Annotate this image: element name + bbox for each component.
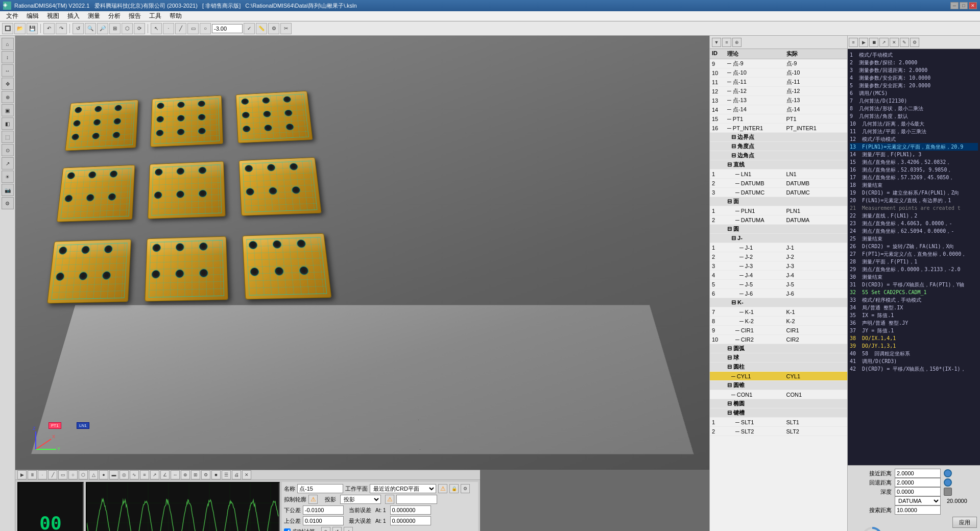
tb-3d[interactable]: ⬡ [122, 23, 133, 34]
menu-file[interactable]: 文件 [2, 11, 22, 21]
tb-redo[interactable]: ↷ [56, 23, 67, 34]
tree-row[interactable]: 3─ DATUMCDATUMC [710, 188, 847, 197]
tree-row[interactable]: 3─ J-3J-3 [710, 261, 847, 271]
tb-rotate[interactable]: ⟳ [134, 23, 145, 34]
bt-scan[interactable]: ≡ [140, 470, 149, 479]
bt-tol[interactable]: ⊞ [191, 470, 200, 479]
code-area[interactable]: 1 模式/手动模式2 测量参数/探径: 2.00003 测量参数/回退距离: 2… [848, 49, 980, 465]
tree-row[interactable]: 14─ 点-14点-14 [710, 105, 847, 114]
side-rotate-x[interactable]: ↕ [2, 51, 14, 63]
tb-save[interactable]: 💾 [27, 23, 38, 34]
tree-row[interactable]: 1─ J-1J-1 [710, 243, 847, 252]
bt-print[interactable]: 🖨 [232, 470, 241, 479]
retract-input[interactable] [895, 478, 941, 487]
upper-input[interactable] [303, 516, 344, 525]
side-camera[interactable]: 📷 [2, 184, 14, 196]
side-light[interactable]: ☀ [2, 171, 14, 183]
side-view3[interactable]: ⬚ [2, 131, 14, 143]
bt-clear[interactable]: ✕ [242, 470, 251, 479]
bt-plane2[interactable]: ▭ [58, 470, 67, 479]
rt-filter2[interactable]: ≡ [722, 38, 731, 47]
side-zoom[interactable]: ⊕ [2, 91, 14, 103]
bt-sphere[interactable]: ● [99, 470, 108, 479]
fr-btn7[interactable]: ⚙ [910, 38, 919, 47]
tree-row[interactable]: 10─ CIR2CIR2 [710, 335, 847, 344]
tree-row[interactable]: ⊟ 圆柱 [710, 363, 847, 372]
tb-extra2[interactable]: ✂ [280, 23, 292, 34]
tree-row[interactable]: 2─ DATUMBDATUMB [710, 179, 847, 188]
tb-open[interactable]: 📂 [14, 23, 26, 34]
realtime-icon3[interactable]: ✓ [344, 527, 353, 531]
tree-row[interactable]: 5─ J-5J-5 [710, 280, 847, 289]
side-rotate-y[interactable]: ↔ [2, 64, 14, 77]
bt-extra[interactable]: ⚙ [201, 470, 210, 479]
menu-analyze[interactable]: 分析 [104, 11, 125, 21]
menu-report[interactable]: 报告 [125, 11, 145, 21]
tb-new[interactable]: 🔲 [2, 23, 13, 34]
bt-pause[interactable]: ⏸ [28, 470, 37, 479]
bt-point[interactable]: · [38, 470, 47, 479]
tree-row[interactable]: ⊟ 面 [710, 197, 847, 206]
tree-row[interactable]: 7─ K-1K-1 [710, 307, 847, 317]
datum-select[interactable]: DATUMA [895, 496, 941, 505]
rt-filter3[interactable]: ⊕ [732, 38, 742, 47]
approach-input[interactable] [895, 469, 941, 478]
side-measure[interactable]: ⊙ [2, 144, 14, 156]
minimize-button[interactable]: ─ [950, 2, 959, 9]
menu-view[interactable]: 视图 [43, 11, 63, 21]
tree-row[interactable]: ⊟ J- [710, 234, 847, 243]
bt-dist[interactable]: ↔ [171, 470, 180, 479]
viewport-3d[interactable]: DAT... SLT1 SLT2 PT_I... DATUMB [15, 36, 709, 470]
tree-row[interactable]: 9─ CIR1CIR1 [710, 326, 847, 335]
bt-run[interactable]: ▶ [17, 470, 27, 479]
depth-input[interactable] [895, 487, 941, 496]
menu-help[interactable]: 帮助 [165, 11, 186, 21]
bt-cylinder[interactable]: ⬡ [79, 470, 88, 479]
tree-row[interactable]: 4─ J-4J-4 [710, 271, 847, 280]
side-home[interactable]: ⌂ [2, 38, 14, 50]
tb-extra1[interactable]: ⚙ [268, 23, 279, 34]
fr-btn4[interactable]: ↗ [879, 38, 889, 47]
tree-row[interactable]: ⊟ 直线 [710, 160, 847, 170]
tree-row[interactable]: 13─ 点-13点-13 [710, 96, 847, 105]
bt-cone[interactable]: △ [89, 470, 98, 479]
menu-tools[interactable]: 工具 [145, 11, 165, 21]
bt-sym[interactable]: ⊕ [181, 470, 190, 479]
tree-row[interactable]: 15─ PT1PT1 [710, 114, 847, 124]
fr-btn3[interactable]: ⏹ [869, 38, 878, 47]
bt-circle2[interactable]: ○ [68, 470, 78, 479]
tree-row[interactable]: 2─ J-2J-2 [710, 252, 847, 261]
bt-line2[interactable]: ╱ [48, 470, 57, 479]
tb-fit[interactable]: ⊞ [109, 23, 121, 34]
menu-measure[interactable]: 测量 [84, 11, 104, 21]
bt-arrow[interactable]: ↗ [150, 470, 159, 479]
proj-val[interactable] [396, 495, 437, 504]
tree-row[interactable]: 1─ SLT1SLT1 [710, 418, 847, 427]
tree-row[interactable]: ⊟ 圆 [710, 225, 847, 234]
tree-row[interactable]: ⊟ 边角点 [710, 151, 847, 160]
bt-config[interactable]: ☰ [222, 470, 231, 479]
tree-content[interactable]: 9─ 点-9点-910─ 点-10点-1011─ 点-11点-1112─ 点-1… [710, 59, 847, 531]
tree-row[interactable]: 12─ 点-12点-12 [710, 87, 847, 96]
tree-row[interactable]: 2─ DATUMADATUMA [710, 215, 847, 225]
tb-select[interactable]: ↖ [151, 23, 162, 34]
tree-row[interactable]: 16─ PT_INTER1PT_INTER1 [710, 124, 847, 133]
bt-curve[interactable]: ∿ [130, 470, 139, 479]
tree-row[interactable]: ─ CYL1CYL1 [710, 372, 847, 381]
tree-row[interactable]: 11─ 点-11点-11 [710, 78, 847, 87]
tb-circle[interactable]: ○ [200, 23, 211, 34]
tb-line[interactable]: ╱ [175, 23, 186, 34]
tree-row[interactable]: ⊟ 键槽 [710, 408, 847, 418]
feature-name-input[interactable] [297, 484, 343, 493]
viewport[interactable]: DAT... SLT1 SLT2 PT_I... DATUMB [15, 36, 709, 531]
fr-btn2[interactable]: ▶ [859, 38, 868, 47]
tb-refresh[interactable]: ↺ [73, 23, 84, 34]
tree-row[interactable]: ⊟ 球 [710, 353, 847, 363]
tree-row[interactable]: ⊟ 椭圆 [710, 399, 847, 408]
menu-insert[interactable]: 插入 [63, 11, 84, 21]
warning-btn[interactable]: ⚠ [438, 484, 447, 493]
tree-row[interactable]: ─ CON1CON1 [710, 390, 847, 399]
tree-row[interactable]: 1─ LN1LN1 [710, 170, 847, 179]
tb-zoom-in[interactable]: 🔍 [85, 23, 96, 34]
max-err-input[interactable] [390, 516, 431, 525]
